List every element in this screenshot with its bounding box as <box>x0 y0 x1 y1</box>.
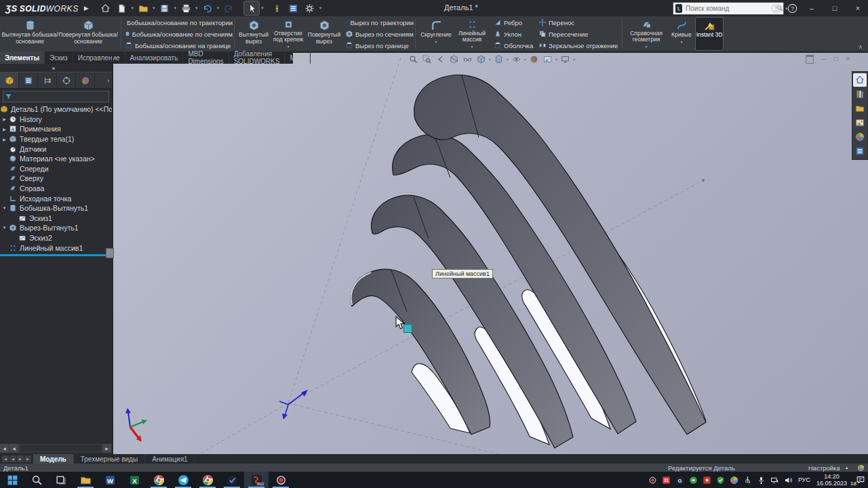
rollback-drag-handle[interactable] <box>106 248 114 258</box>
select-caret-icon[interactable]: ▾ <box>261 5 264 11</box>
swept-boss-button[interactable]: Бобышка/основание по траектории <box>123 18 233 27</box>
pinwheel-tray-icon[interactable] <box>729 475 739 485</box>
boundary-cut-button[interactable]: Вырез по границе <box>343 41 414 50</box>
search-input[interactable] <box>684 4 776 13</box>
instant-3d-button[interactable]: Instant 3D <box>696 18 723 50</box>
feature-manager-tab[interactable] <box>0 73 19 88</box>
tree-item-top-plane[interactable]: Сверху <box>0 174 112 184</box>
view-settings-caret-icon[interactable]: ▾ <box>573 57 575 62</box>
undo-icon[interactable] <box>200 1 215 15</box>
microphone-tray-icon[interactable] <box>756 475 766 485</box>
language-indicator[interactable]: РУС <box>798 476 810 483</box>
tree-item-sketch1[interactable]: Эскиз1 <box>0 214 112 224</box>
command-search[interactable]: ▾ <box>673 2 784 15</box>
tab-mbd-dimensions[interactable]: MBD Dimensions <box>183 52 229 64</box>
status-settings[interactable]: Настройка <box>808 464 840 472</box>
task-pane-design-library-tab[interactable] <box>853 87 867 101</box>
revolved-boss-button[interactable]: Повернутая бобышка/основание <box>58 18 118 50</box>
new-document-caret-icon[interactable]: ▾ <box>132 5 134 11</box>
scene-caret-icon[interactable]: ▾ <box>555 57 557 62</box>
account-icon[interactable] <box>769 1 783 15</box>
red-app-tray-icon[interactable] <box>702 475 712 485</box>
select-tool-icon[interactable] <box>244 1 259 15</box>
edit-appearance-icon[interactable] <box>528 54 540 64</box>
extruded-boss-button[interactable]: Вытянутая бобышка/основание <box>1 18 58 50</box>
calendar-31-tray-icon[interactable] <box>661 475 671 485</box>
scroll-right-icon[interactable]: ▶ <box>102 444 111 453</box>
graphics-viewport[interactable]: ▾ ▾ ▾ ▾ ▾ – □ × Линейный ма <box>112 53 868 454</box>
g-hub-tray-icon[interactable] <box>675 475 685 485</box>
task-pane-custom-properties-tab[interactable] <box>853 144 867 158</box>
chrome-icon[interactable] <box>146 472 171 488</box>
volume-tray-icon[interactable] <box>783 475 793 485</box>
green-app-tray-icon[interactable] <box>688 475 698 485</box>
tree-item-front-plane[interactable]: Спереди <box>0 164 112 174</box>
tab-animation1[interactable]: Анимация1 <box>145 454 195 464</box>
tree-item-material[interactable]: Материал <не указан> <box>0 154 112 164</box>
save-icon[interactable] <box>157 1 172 15</box>
notification-center-icon[interactable]: 18 <box>852 474 865 486</box>
intersect-button[interactable]: Пересечение <box>536 29 620 39</box>
dynamic-annotation-icon[interactable] <box>462 54 473 64</box>
view-orientation-icon[interactable] <box>475 54 487 64</box>
tab-mbd[interactable]: MBD <box>285 52 310 64</box>
display-style-icon[interactable] <box>493 54 505 64</box>
file-properties-icon[interactable] <box>286 1 301 15</box>
previous-view-icon[interactable] <box>435 54 446 64</box>
task-pane-view-palette-tab[interactable] <box>853 116 867 129</box>
rollback-bar[interactable] <box>0 254 112 256</box>
tabs-first-icon[interactable]: ◀ <box>2 455 9 462</box>
hide-show-caret-icon[interactable]: ▾ <box>524 57 526 62</box>
extruded-cut-button[interactable]: Вытянутый вырез <box>237 18 270 50</box>
tree-item-right-plane[interactable]: Справа <box>0 184 112 194</box>
zoom-to-fit-icon[interactable] <box>408 54 419 64</box>
panel-tabs-overflow-icon[interactable]: › <box>95 73 112 88</box>
new-document-icon[interactable] <box>115 1 130 15</box>
doc-minimize-icon[interactable]: – <box>822 55 826 64</box>
scroll-track[interactable] <box>20 445 101 451</box>
minimize-icon[interactable]: – <box>802 1 822 16</box>
display-manager-tab[interactable] <box>76 73 95 88</box>
usb-tray-icon[interactable] <box>743 475 753 485</box>
doc-windows-icon[interactable] <box>806 55 814 64</box>
boundary-boss-button[interactable]: Бобышка/основание на границе <box>123 41 233 50</box>
recorder-tray-icon[interactable] <box>648 475 658 485</box>
property-manager-tab[interactable] <box>19 73 38 88</box>
telegram-icon[interactable] <box>171 472 195 488</box>
tab-3d-views[interactable]: Трехмерные виды <box>74 454 145 464</box>
linear-pattern-button[interactable]: Линейный массив▾ <box>454 18 490 50</box>
draft-button[interactable]: Уклон <box>492 29 536 39</box>
ticktick-icon[interactable] <box>220 472 244 488</box>
tree-item-origin[interactable]: Исходная точка <box>0 193 112 203</box>
revolved-cut-button[interactable]: Повернутый вырез <box>307 18 342 50</box>
rebuild-traffic-light-icon[interactable] <box>270 1 285 15</box>
tree-filter-input[interactable] <box>3 91 109 102</box>
tree-item-solid-bodies[interactable]: ▶Твердые тела(1) <box>0 134 112 144</box>
tree-item-sketch2[interactable]: Эскиз2 <box>0 233 112 243</box>
taskbar-search-icon[interactable] <box>24 472 49 488</box>
hole-wizard-button[interactable]: Отверстие под крепеж▾ <box>270 18 307 50</box>
logo-expand-arrow-icon[interactable]: ▶ <box>84 5 89 12</box>
tab-features[interactable]: Элементы <box>0 52 45 64</box>
open-caret-icon[interactable]: ▾ <box>153 5 155 11</box>
tab-model[interactable]: Модель <box>33 454 74 464</box>
options-gear-icon[interactable] <box>302 1 317 15</box>
lofted-cut-button[interactable]: Вырез по сечениям <box>343 29 414 39</box>
tab-solidworks-addins[interactable]: Добавления SOLIDWORKS <box>229 52 285 64</box>
save-caret-icon[interactable]: ▾ <box>174 5 177 11</box>
word-icon[interactable] <box>98 472 122 488</box>
tab-evaluate[interactable]: Анализировать <box>125 52 184 64</box>
print-caret-icon[interactable]: ▾ <box>195 5 198 11</box>
doc-close-icon[interactable]: × <box>846 55 850 64</box>
file-explorer-icon[interactable] <box>73 472 98 488</box>
scroll-left-page-icon[interactable]: ◀ <box>9 444 18 453</box>
task-pane-appearances-tab[interactable] <box>853 130 867 144</box>
start-button[interactable] <box>0 472 24 488</box>
excel-icon[interactable] <box>122 472 146 488</box>
tab-sketch[interactable]: Эскиз <box>45 52 73 64</box>
task-pane-file-explorer-tab[interactable] <box>853 102 867 115</box>
antivirus-shield-tray-icon[interactable] <box>715 475 726 485</box>
fillet-button[interactable]: Скругление▾ <box>418 18 454 50</box>
move-button[interactable]: Перенос <box>536 18 620 27</box>
restore-icon[interactable]: □ <box>825 1 845 16</box>
